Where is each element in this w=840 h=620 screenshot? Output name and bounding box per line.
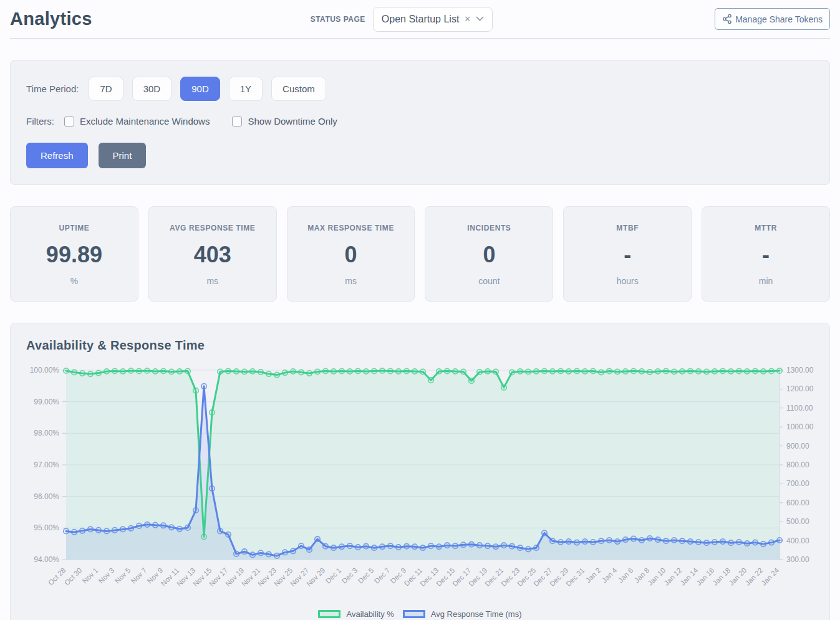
svg-text:Nov 3: Nov 3 xyxy=(97,566,116,585)
svg-text:1000.00: 1000.00 xyxy=(786,422,814,431)
stat-card-mttr: MTTR - min xyxy=(702,206,830,302)
svg-text:94.00%: 94.00% xyxy=(34,555,59,564)
availability-response-chart: 100.00%99.00%98.00%97.00%96.00%95.00%94.… xyxy=(26,361,816,606)
chart-title: Availability & Response Time xyxy=(26,338,814,353)
manage-share-tokens-button[interactable]: Manage Share Tokens xyxy=(715,8,830,30)
svg-text:97.00%: 97.00% xyxy=(34,460,59,469)
print-button[interactable]: Print xyxy=(99,143,147,168)
stat-card-max-response: MAX RESPONSE TIME 0 ms xyxy=(287,206,415,302)
chart-panel: Availability & Response Time 100.00%99.0… xyxy=(10,323,830,620)
filter-panel: Time Period: 7D 30D 90D 1Y Custom Filter… xyxy=(10,60,830,185)
svg-text:96.00%: 96.00% xyxy=(34,492,59,501)
page-title: Analytics xyxy=(10,9,92,29)
filters-label: Filters: xyxy=(26,116,54,126)
svg-text:900.00: 900.00 xyxy=(786,442,809,451)
svg-text:Oct 28: Oct 28 xyxy=(47,566,67,586)
svg-text:Jan 4: Jan 4 xyxy=(601,566,619,584)
svg-text:Nov 5: Nov 5 xyxy=(113,566,132,585)
svg-text:400.00: 400.00 xyxy=(786,537,809,545)
stat-label: MAX RESPONSE TIME xyxy=(292,224,410,232)
svg-text:Nov 1: Nov 1 xyxy=(81,566,100,585)
stat-unit: count xyxy=(430,276,548,286)
svg-text:Jan 6: Jan 6 xyxy=(617,566,634,584)
svg-text:Nov 7: Nov 7 xyxy=(130,566,148,585)
svg-text:300.00: 300.00 xyxy=(786,555,809,564)
stat-unit: hours xyxy=(569,276,686,286)
status-page-group: STATUS PAGE Open Startup List ✕ xyxy=(311,7,493,32)
period-button-7d[interactable]: 7D xyxy=(89,77,123,101)
svg-text:500.00: 500.00 xyxy=(786,517,809,526)
svg-text:95.00%: 95.00% xyxy=(34,523,59,532)
top-bar: Analytics STATUS PAGE Open Startup List … xyxy=(10,0,830,39)
period-button-30d[interactable]: 30D xyxy=(132,77,172,101)
svg-text:Dec 5: Dec 5 xyxy=(357,566,375,585)
svg-text:Dec 31: Dec 31 xyxy=(564,566,586,588)
svg-text:Nov 29: Nov 29 xyxy=(305,566,326,588)
clear-selection-icon[interactable]: ✕ xyxy=(464,14,471,24)
svg-text:700.00: 700.00 xyxy=(786,479,809,488)
stat-value: 0 xyxy=(292,242,410,268)
legend-label-availability: Availability % xyxy=(346,609,393,619)
svg-text:Jan 2: Jan 2 xyxy=(584,566,602,584)
period-button-custom[interactable]: Custom xyxy=(271,77,326,101)
stat-unit: ms xyxy=(154,276,271,286)
chart-wrap: 100.00%99.00%98.00%97.00%96.00%95.00%94.… xyxy=(26,361,814,608)
svg-text:Jan 24: Jan 24 xyxy=(760,566,781,587)
stat-card-uptime: UPTIME 99.89 % xyxy=(10,206,138,302)
stat-value: - xyxy=(569,242,686,268)
period-button-1y[interactable]: 1Y xyxy=(229,77,263,101)
show-downtime-checkbox[interactable]: Show Downtime Only xyxy=(232,116,337,126)
stat-unit: ms xyxy=(292,276,410,286)
svg-text:Dec 1: Dec 1 xyxy=(324,566,343,585)
time-period-label: Time Period: xyxy=(26,83,79,94)
svg-text:100.00%: 100.00% xyxy=(30,366,60,374)
svg-text:98.00%: 98.00% xyxy=(34,429,59,437)
manage-share-tokens-label: Manage Share Tokens xyxy=(735,14,823,24)
svg-text:Jan 18: Jan 18 xyxy=(712,566,732,587)
svg-text:Jan 22: Jan 22 xyxy=(744,566,765,587)
stat-value: - xyxy=(707,242,824,268)
stat-value: 0 xyxy=(430,242,548,268)
legend-item-availability: Availability % xyxy=(318,609,393,619)
svg-text:Dec 3: Dec 3 xyxy=(340,566,359,585)
svg-text:Dec 7: Dec 7 xyxy=(373,566,392,585)
stat-cards-row: UPTIME 99.89 % AVG RESPONSE TIME 403 ms … xyxy=(10,206,830,302)
svg-text:Jan 12: Jan 12 xyxy=(663,566,683,587)
chart-legend: Availability % Avg Response Time (ms) xyxy=(26,609,814,619)
legend-swatch-response-time xyxy=(403,610,425,618)
legend-swatch-availability xyxy=(318,610,340,618)
legend-label-response-time: Avg Response Time (ms) xyxy=(431,609,522,619)
svg-text:1200.00: 1200.00 xyxy=(786,384,814,393)
time-period-row: Time Period: 7D 30D 90D 1Y Custom xyxy=(26,77,814,101)
share-icon xyxy=(722,14,732,24)
stat-label: UPTIME xyxy=(16,224,133,232)
exclude-maintenance-label: Exclude Maintenance Windows xyxy=(80,116,210,126)
filters-row: Filters: Exclude Maintenance Windows Sho… xyxy=(26,116,814,126)
svg-text:Jan 16: Jan 16 xyxy=(695,566,716,587)
svg-text:99.00%: 99.00% xyxy=(34,398,59,406)
stat-card-mtbf: MTBF - hours xyxy=(563,206,692,302)
svg-text:1100.00: 1100.00 xyxy=(786,404,813,413)
svg-text:600.00: 600.00 xyxy=(786,498,809,507)
svg-text:800.00: 800.00 xyxy=(786,460,809,469)
exclude-maintenance-checkbox[interactable]: Exclude Maintenance Windows xyxy=(64,116,210,126)
stat-label: MTBF xyxy=(569,224,686,232)
stat-unit: min xyxy=(707,276,824,286)
refresh-button[interactable]: Refresh xyxy=(26,143,88,168)
status-page-select[interactable]: Open Startup List ✕ xyxy=(373,7,493,32)
stat-value: 99.89 xyxy=(16,242,133,268)
stat-label: MTTR xyxy=(707,224,824,232)
show-downtime-label: Show Downtime Only xyxy=(248,116,337,126)
period-button-90d[interactable]: 90D xyxy=(180,77,220,101)
svg-text:1300.00: 1300.00 xyxy=(786,366,814,374)
stat-card-incidents: INCIDENTS 0 count xyxy=(425,206,553,302)
stat-unit: % xyxy=(16,276,133,286)
svg-text:Oct 30: Oct 30 xyxy=(63,566,83,586)
checkbox-icon[interactable] xyxy=(232,117,242,126)
chevron-down-icon xyxy=(476,16,484,22)
status-page-label: STATUS PAGE xyxy=(311,15,365,24)
checkbox-icon[interactable] xyxy=(64,117,74,126)
stat-label: INCIDENTS xyxy=(430,224,548,232)
stat-label: AVG RESPONSE TIME xyxy=(154,224,271,232)
legend-item-response-time: Avg Response Time (ms) xyxy=(403,609,522,619)
